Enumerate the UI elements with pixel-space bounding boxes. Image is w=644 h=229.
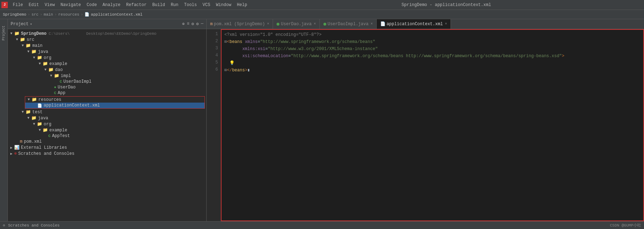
tree-label-org: org <box>44 55 51 60</box>
line-num-5: 5 <box>207 59 218 66</box>
arrow-test-org: ▼ <box>32 122 36 126</box>
line-num-4: 4 <box>207 52 218 59</box>
panel-dropdown-icon[interactable]: ▾ <box>30 22 32 26</box>
scratches-label[interactable]: Scratches and Consoles <box>8 223 60 228</box>
tree-item-dao[interactable]: ▼ 📁 dao <box>8 67 206 73</box>
menu-item-code[interactable]: Code <box>84 2 100 8</box>
tree-item-test-java[interactable]: ▼ 📁 java <box>8 115 206 121</box>
tree-item-test-example[interactable]: ▼ 📁 example <box>8 127 206 133</box>
folder-icon-test-org: 📁 <box>37 121 42 127</box>
tab-close-applicationcontext[interactable]: × <box>445 22 447 26</box>
tab-close-userdaoimpl[interactable]: × <box>371 22 373 26</box>
menu-bar: J File Edit View Navigate Code Analyze R… <box>0 0 644 10</box>
tab-userdao[interactable]: UserDao.java × <box>273 19 320 29</box>
tree-item-app[interactable]: C App <box>8 90 206 96</box>
tab-pomxml[interactable]: m pom.xml (SpringDemo) × <box>207 19 273 29</box>
arrow-scratches: ▶ <box>9 152 13 156</box>
tree-item-src[interactable]: ▼ 📁 src <box>8 37 206 43</box>
breadcrumb-file[interactable]: applicationContext.xml <box>91 12 142 17</box>
tree-item-springdemo[interactable]: ▼ 📁 SpringDemo C:\Users\ Desktop\Demo\EE… <box>8 31 206 37</box>
toolbar-settings-icon[interactable]: ⚙ <box>196 21 199 27</box>
pom-icon: m <box>20 139 22 144</box>
panel-title: Project <box>11 22 28 27</box>
status-bar: ⊕ Scratches and Consoles CSDN @GUMP小吐 <box>0 221 644 229</box>
arrow-resources: ▼ <box>27 98 31 102</box>
menu-item-vcs[interactable]: VCS <box>200 2 213 8</box>
tab-dot-userdao <box>277 23 279 26</box>
tree-label-src: src <box>27 37 34 42</box>
toolbar-hide-icon[interactable]: — <box>201 21 203 27</box>
tree-item-extlibs[interactable]: ▶ 📊 External Libraries <box>8 145 206 151</box>
breadcrumb-src[interactable]: src <box>32 12 39 17</box>
tab-userdaoimpl[interactable]: UserDaoImpl.java × <box>320 19 377 29</box>
arrow-impl: ▼ <box>49 74 53 78</box>
line-num-2: 2 <box>207 38 218 45</box>
menu-item-file[interactable]: File <box>10 2 26 8</box>
tree-item-apptest[interactable]: C AppTest <box>8 133 206 139</box>
tree-item-test[interactable]: ▼ 📁 test <box>8 109 206 115</box>
tree-label-resources: resources <box>38 97 61 102</box>
folder-icon-test-example: 📁 <box>43 127 48 133</box>
menu-item-build[interactable]: Build <box>149 2 168 8</box>
tab-close-userdao[interactable]: × <box>314 22 316 26</box>
menu-item-edit[interactable]: Edit <box>26 2 42 8</box>
folder-icon-java: 📁 <box>31 49 37 54</box>
line-num-1: 1 <box>207 31 218 38</box>
menu-item-window[interactable]: Window <box>213 2 234 8</box>
arrow-example: ▼ <box>38 62 42 66</box>
breadcrumb-springdemo[interactable]: SpringDemo <box>3 12 26 17</box>
tree-label-pomxml: pom.xml <box>24 139 42 144</box>
breadcrumb-resources[interactable]: resources <box>58 12 79 17</box>
tab-close-pomxml[interactable]: × <box>267 22 269 26</box>
tree-label-extlibs: External Libraries <box>21 145 67 150</box>
tree-item-resources[interactable]: ▼ 📁 resources <box>25 97 204 103</box>
project-panel: Project ▾ ⊕ ≡ ⚙ ⚙ — ▼ 📁 SpringDemo C:\Us… <box>8 19 207 221</box>
toolbar-options-icon[interactable]: ⚙ <box>191 21 194 27</box>
tree-item-main[interactable]: ▼ 📁 main <box>8 43 206 49</box>
code-editor: 1 2 3 4 5 6 <?xml version="1.0" encoding… <box>207 29 644 221</box>
tree-item-userdaoimpl[interactable]: C UserDaoImpl <box>8 79 206 84</box>
tree-label-springdemo: SpringDemo <box>21 31 47 36</box>
arrow-test: ▼ <box>21 110 25 114</box>
folder-icon-test: 📁 <box>26 109 31 115</box>
menu-item-view[interactable]: View <box>42 2 58 8</box>
arrow-test-java: ▼ <box>26 116 31 120</box>
menu-item-analyze[interactable]: Analyze <box>100 2 123 8</box>
menu-item-refactor[interactable]: Refactor <box>123 2 149 8</box>
toolbar-locate-icon[interactable]: ⊕ <box>182 21 185 27</box>
app-icon: J <box>1 2 8 8</box>
arrow-dao: ▼ <box>43 68 48 72</box>
tree-item-userdao[interactable]: ● UserDao <box>8 84 206 90</box>
tree-item-java[interactable]: ▼ 📁 java <box>8 49 206 55</box>
resources-box: ▼ 📁 resources 📄 applicationContext.xml <box>25 96 205 109</box>
scratches-icon: ⊕ <box>14 151 17 156</box>
tree-path-springdemo: C:\Users\ Desktop\Demo\EEDemo\SpringDemo <box>49 32 157 36</box>
breadcrumb-main[interactable]: main <box>44 12 53 17</box>
tree-item-example[interactable]: ▼ 📁 example <box>8 61 206 67</box>
panel-toolbar: Project ▾ ⊕ ≡ ⚙ ⚙ — <box>8 19 206 29</box>
folder-icon-main: 📁 <box>26 43 31 48</box>
tree-label-test-java: java <box>38 116 48 121</box>
editor-area: m pom.xml (SpringDemo) × UserDao.java × … <box>207 19 644 221</box>
menu-item-navigate[interactable]: Navigate <box>58 2 84 8</box>
tree-item-scratches[interactable]: ▶ ⊕ Scratches and Consoles <box>8 151 206 157</box>
tab-applicationcontext[interactable]: 📄 applicationContext.xml × <box>377 19 451 29</box>
watermark: CSDN @GUMP小吐 <box>610 223 641 228</box>
code-content[interactable]: <?xml version="1.0" encoding="UTF-8"?> ⊞… <box>221 29 644 221</box>
menu-item-help[interactable]: Help <box>234 2 250 8</box>
tab-label-userdao: UserDao.java <box>281 22 311 27</box>
java-icon-app: C <box>54 91 56 95</box>
tree-item-pomxml[interactable]: m pom.xml <box>8 139 206 145</box>
tree-label-app: App <box>58 91 66 96</box>
menu-item-run[interactable]: Run <box>168 2 181 8</box>
menu-item-tools[interactable]: Tools <box>181 2 200 8</box>
tree-item-org[interactable]: ▼ 📁 org <box>8 55 206 61</box>
toolbar-collapse-icon[interactable]: ≡ <box>187 21 189 27</box>
tab-icon-pom: m <box>210 22 213 27</box>
tree-item-test-org[interactable]: ▼ 📁 org <box>8 121 206 127</box>
tree-item-applicationcontext[interactable]: 📄 applicationContext.xml <box>25 103 204 108</box>
tree-item-impl[interactable]: ▼ 📁 impl <box>8 73 206 79</box>
arrow-extlibs: ▶ <box>9 146 13 150</box>
project-strip-label[interactable]: Project <box>2 26 6 40</box>
folder-icon-resources: 📁 <box>32 97 37 102</box>
